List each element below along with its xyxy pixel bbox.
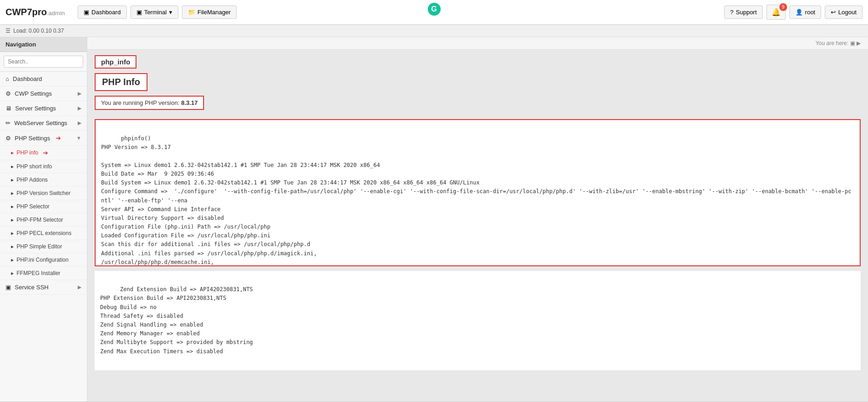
- page-subtitle-box: PHP Info: [95, 73, 148, 91]
- search-input[interactable]: [4, 56, 83, 68]
- sidebar-subitem-label: PHP info: [17, 149, 38, 156]
- sidebar-subitem-php-fpm-selector[interactable]: ▸ PHP-FPM Selector: [0, 213, 87, 227]
- service-ssh-icon: ▣: [6, 284, 11, 291]
- php-info-extra: Zend Extension Build => API420230831,NTS…: [95, 271, 861, 370]
- brand-name: CWP7pro: [6, 7, 47, 17]
- logout-label: Logout: [838, 9, 857, 16]
- cwp-settings-icon: ⚙: [6, 90, 11, 97]
- php-info-extra-text: Zend Extension Build => API420230831,NTS…: [100, 286, 253, 354]
- sidebar-subitem-phpini-configuration[interactable]: ▸ PHP.ini Configuration: [0, 253, 87, 267]
- sidebar-subitem-php-selector[interactable]: ▸ PHP Selector: [0, 200, 87, 213]
- bell-badge: 9: [779, 3, 787, 11]
- terminal-button[interactable]: ▣ Terminal ▾: [130, 6, 178, 19]
- dashboard-label: Dashboard: [91, 9, 121, 16]
- sidebar-subitem-label: PHP Selector: [17, 203, 50, 210]
- bullet-icon: ▸: [11, 149, 14, 156]
- sidebar-item-label: PHP Settings: [15, 135, 50, 142]
- load-text: Load: 0.00 0.10 0.37: [13, 28, 64, 34]
- bullet-icon: ▸: [11, 257, 14, 263]
- logout-icon: ↩: [831, 9, 836, 16]
- user-button[interactable]: 👤 root: [789, 6, 821, 19]
- content-area: You are here: ▣ ▶ php_info PHP Info You …: [87, 37, 868, 402]
- chevron-down-icon: ▼: [76, 135, 81, 141]
- question-icon: ?: [730, 9, 733, 16]
- sidebar-subitem-label: PHP Simple Editor: [17, 243, 62, 250]
- sidebar-item-dashboard[interactable]: ⌂ Dashboard: [0, 72, 87, 86]
- bullet-icon: ▸: [11, 243, 14, 250]
- terminal-dropdown-icon: ▾: [169, 9, 172, 16]
- sidebar-subitem-label: PHP Addons: [17, 177, 48, 183]
- dashboard-button[interactable]: ▣ Dashboard: [78, 6, 127, 19]
- header-right: ? Support 🔔 9 👤 root ↩ Logout: [724, 5, 862, 20]
- sidebar-subitem-php-pecl-extensions[interactable]: ▸ PHP PECL extensions: [0, 227, 87, 240]
- terminal-icon: ▣: [136, 9, 142, 16]
- sidebar-item-webserver-settings[interactable]: ✏ WebServer Settings ▶: [0, 116, 87, 131]
- sidebar-subitem-label: FFMPEG Installer: [17, 270, 60, 276]
- user-label: root: [805, 9, 815, 16]
- arrow-indicator: ➔: [56, 134, 61, 142]
- bell-icon: 🔔: [772, 8, 781, 16]
- chevron-right-icon: ▶: [78, 105, 81, 111]
- page-title-area: php_info PHP Info: [87, 50, 868, 91]
- sidebar-subitem-php-version-switcher[interactable]: ▸ PHP Version Switcher: [0, 187, 87, 200]
- sidebar-subitem-ffmpeg-installer[interactable]: ▸ FFMPEG Installer: [0, 267, 87, 280]
- filemanager-label: FileManager: [198, 9, 231, 16]
- sidebar-item-server-settings[interactable]: 🖥 Server Settings ▶: [0, 101, 87, 116]
- page-title: php_info: [101, 58, 130, 66]
- support-label: Support: [736, 9, 757, 16]
- sidebar-subitem-php-info[interactable]: ▸ PHP info ➔: [0, 146, 87, 160]
- dashboard-icon: ▣: [84, 9, 89, 16]
- bullet-icon: ▸: [11, 163, 14, 170]
- logout-button[interactable]: ↩ Logout: [825, 6, 862, 19]
- sidebar-item-service-ssh[interactable]: ▣ Service SSH ▶: [0, 280, 87, 295]
- nav-title: Navigation: [0, 37, 87, 52]
- sidebar-subitem-php-addons[interactable]: ▸ PHP Addons: [0, 173, 87, 187]
- version-number: 8.3.17: [181, 99, 198, 106]
- bullet-icon: ▸: [11, 230, 14, 236]
- terminal-label: Terminal: [144, 9, 167, 16]
- sidebar-subitem-php-simple-editor[interactable]: ▸ PHP Simple Editor: [0, 240, 87, 253]
- bullet-icon: ▸: [11, 203, 14, 210]
- php-version-banner: You are running PHP version: 8.3.17: [95, 96, 204, 110]
- breadcrumb: You are here: ▣ ▶: [816, 40, 861, 46]
- sidebar-subitem-label: PHP.ini Configuration: [17, 257, 68, 263]
- chevron-right-icon: ▶: [78, 120, 81, 126]
- brand: CWP7pro.admin: [6, 7, 65, 17]
- php-settings-icon: ⚙: [6, 135, 11, 142]
- server-settings-icon: 🖥: [6, 105, 11, 112]
- sidebar-item-cwp-settings[interactable]: ⚙ CWP Settings ▶: [0, 86, 87, 101]
- search-box: [0, 52, 87, 72]
- version-text: You are running PHP version:: [101, 99, 180, 106]
- bullet-icon: ▸: [11, 177, 14, 183]
- home-icon: ⌂: [6, 75, 9, 82]
- sidebar-subitem-label: PHP Version Switcher: [17, 190, 70, 196]
- php-info-text: phpinfo() PHP Version => 8.3.17 System =…: [101, 135, 851, 266]
- sidebar-subitem-label: PHP PECL extensions: [17, 230, 71, 236]
- webserver-settings-icon: ✏: [6, 120, 11, 126]
- filemanager-icon: 📁: [188, 9, 195, 16]
- chevron-right-icon: ▶: [78, 284, 81, 290]
- sidebar-item-label: CWP Settings: [15, 90, 52, 97]
- chevron-right-icon: ▶: [78, 91, 81, 97]
- load-icon: ☰: [6, 28, 11, 34]
- php-info-content: phpinfo() PHP Version => 8.3.17 System =…: [95, 119, 861, 266]
- user-icon: 👤: [795, 9, 803, 16]
- breadcrumb-bar: You are here: ▣ ▶: [87, 37, 868, 50]
- page-title-box: php_info: [95, 55, 136, 69]
- grammarly-icon: G: [428, 3, 441, 16]
- sub-arrow-indicator: ➔: [43, 149, 48, 156]
- sidebar-item-label: Server Settings: [15, 105, 56, 112]
- sidebar-item-php-settings[interactable]: ⚙ PHP Settings ➔ ▼: [0, 131, 87, 146]
- sidebar: Navigation ⌂ Dashboard ⚙ CWP Settings ▶ …: [0, 37, 87, 402]
- load-bar: ☰ Load: 0.00 0.10 0.37: [0, 25, 868, 37]
- sidebar-subitem-label: PHP-FPM Selector: [17, 217, 63, 223]
- support-button[interactable]: ? Support: [724, 6, 763, 19]
- main-layout: Navigation ⌂ Dashboard ⚙ CWP Settings ▶ …: [0, 37, 868, 402]
- brand-suffix: .admin: [47, 10, 65, 17]
- sidebar-subitem-php-short-info[interactable]: ▸ PHP short info: [0, 160, 87, 173]
- sidebar-subitem-label: PHP short info: [17, 163, 52, 170]
- filemanager-button[interactable]: 📁 FileManager: [182, 6, 237, 19]
- bullet-icon: ▸: [11, 217, 14, 223]
- page-subtitle: PHP Info: [102, 77, 140, 87]
- bell-button[interactable]: 🔔 9: [766, 5, 786, 20]
